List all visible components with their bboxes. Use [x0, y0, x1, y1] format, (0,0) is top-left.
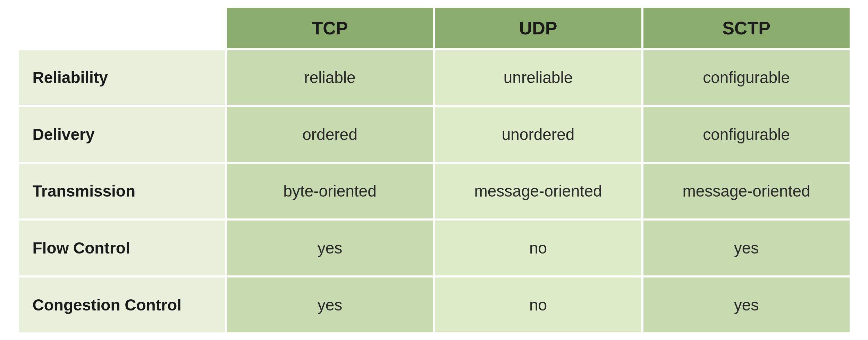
protocol-comparison-table: TCP UDP SCTP Reliabilityreliableunreliab…: [18, 7, 851, 333]
row-tcp-4: yes: [226, 276, 434, 333]
row-udp-4: no: [434, 276, 642, 333]
row-label-3: Flow Control: [18, 219, 226, 276]
table-row: Reliabilityreliableunreliableconfigurabl…: [18, 49, 851, 106]
row-sctp-1: configurable: [642, 106, 851, 163]
row-label-4: Congestion Control: [18, 276, 226, 333]
row-udp-1: unordered: [434, 106, 642, 163]
table-row: Deliveryorderedunorderedconfigurable: [18, 106, 851, 163]
row-tcp-1: ordered: [226, 106, 434, 163]
row-udp-0: unreliable: [434, 49, 642, 106]
row-label-0: Reliability: [18, 49, 226, 106]
comparison-table-wrapper: TCP UDP SCTP Reliabilityreliableunreliab…: [18, 7, 851, 333]
header-label-cell: [18, 7, 226, 49]
table-row: Transmissionbyte-orientedmessage-oriente…: [18, 163, 851, 220]
header-tcp: TCP: [226, 7, 434, 49]
row-udp-3: no: [434, 219, 642, 276]
table-row: Flow Controlyesnoyes: [18, 219, 851, 276]
row-tcp-2: byte-oriented: [226, 163, 434, 220]
header-udp: UDP: [434, 7, 642, 49]
row-udp-2: message-oriented: [434, 163, 642, 220]
row-tcp-3: yes: [226, 219, 434, 276]
row-sctp-4: yes: [642, 276, 851, 333]
table-row: Congestion Controlyesnoyes: [18, 276, 851, 333]
row-sctp-3: yes: [642, 219, 851, 276]
row-sctp-0: configurable: [642, 49, 851, 106]
row-tcp-0: reliable: [226, 49, 434, 106]
header-sctp: SCTP: [642, 7, 851, 49]
row-label-2: Transmission: [18, 163, 226, 220]
row-sctp-2: message-oriented: [642, 163, 851, 220]
row-label-1: Delivery: [18, 106, 226, 163]
